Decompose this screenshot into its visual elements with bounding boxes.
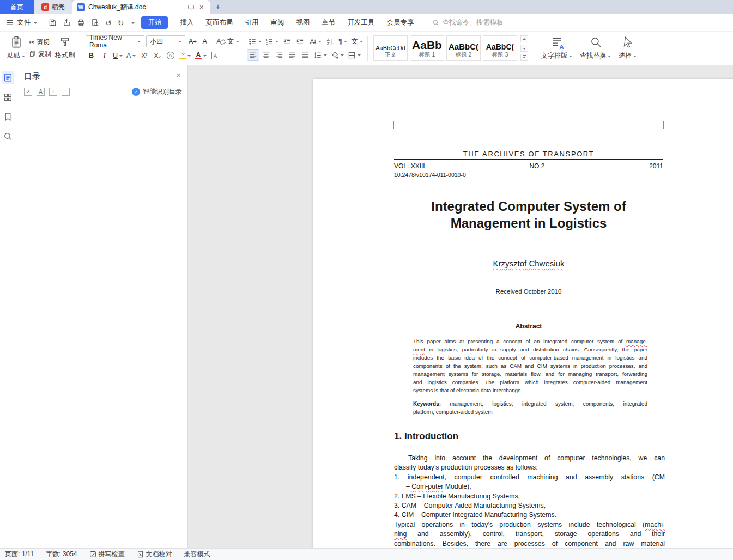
spell-check-toggle[interactable]: 拼写检查: [89, 550, 125, 559]
align-center-button[interactable]: [261, 50, 272, 60]
ribbon-tab-insert[interactable]: 插入: [180, 18, 193, 27]
export-icon[interactable]: [63, 19, 71, 27]
bold-button[interactable]: B: [86, 50, 97, 61]
style-preview: AaBb: [412, 39, 442, 51]
compatibility-mode[interactable]: 兼容模式: [184, 550, 210, 559]
chapter-nav-icon[interactable]: [2, 91, 14, 104]
style-card-heading1[interactable]: AaBb 标题 1: [410, 35, 444, 61]
year: 2011: [649, 162, 663, 170]
find-panel-icon[interactable]: [2, 130, 14, 143]
new-tab-button[interactable]: +: [210, 0, 226, 14]
tab-docer[interactable]: d 稻壳: [34, 0, 72, 14]
align-right-button[interactable]: [274, 50, 285, 60]
increase-indent-button[interactable]: [294, 36, 306, 47]
status-bar: 页面: 1/11 字数: 3054 拼写检查 文档校对 兼容模式: [0, 548, 733, 560]
styles-expand-button[interactable]: [520, 54, 528, 61]
asian-layout-button[interactable]: 文: [350, 36, 365, 47]
toc-show-icon[interactable]: ✓: [24, 88, 32, 96]
bullet-list-button[interactable]: [247, 36, 263, 47]
document-page[interactable]: THE ARCHIVES OF TRANSPORT VOL. XXIII NO …: [313, 79, 733, 548]
ribbon-tab-view[interactable]: 视图: [296, 18, 310, 27]
highlight-color-button[interactable]: [178, 50, 192, 61]
strikethrough-button[interactable]: A: [125, 50, 137, 61]
copy-icon: [29, 50, 36, 59]
document-area: THE ARCHIVES OF TRANSPORT VOL. XXIII NO …: [188, 65, 733, 548]
styles-scroll-up-button[interactable]: [520, 35, 528, 42]
cut-button[interactable]: ✂ 剪切: [29, 38, 51, 47]
spell-check-icon: [89, 551, 96, 558]
window-tab-bar: 首页 d 稻壳 W Chwesiuk_翻译.doc × +: [0, 0, 733, 14]
word-count[interactable]: 字数: 3054: [46, 550, 77, 559]
toc-expand-icon[interactable]: +: [49, 88, 57, 96]
clear-format-button[interactable]: A: [213, 36, 225, 47]
pinyin-guide-button[interactable]: 文: [226, 36, 240, 47]
line-spacing-button[interactable]: [313, 50, 328, 60]
sort-button[interactable]: [324, 36, 336, 47]
customize-quick-access-icon[interactable]: [131, 22, 135, 26]
save-icon[interactable]: [49, 19, 57, 27]
command-search-placeholder: 查找命令、搜索模板: [442, 18, 504, 27]
toc-collapse-icon[interactable]: −: [62, 88, 70, 96]
ribbon-tab-section[interactable]: 章节: [322, 18, 335, 27]
style-card-heading3[interactable]: AaBbC( 标题 3: [483, 35, 517, 61]
borders-button[interactable]: [347, 50, 362, 60]
justify-button[interactable]: [287, 50, 298, 60]
numbered-list-button[interactable]: [264, 36, 280, 47]
undo-icon[interactable]: ↺: [105, 19, 112, 27]
copy-button[interactable]: 复制: [29, 50, 51, 59]
bookmark-panel-icon[interactable]: [2, 111, 14, 123]
pinyin-guide-icon: 文: [227, 37, 234, 46]
ribbon-tab-home[interactable]: 开始: [141, 16, 168, 29]
ribbon-tab-references[interactable]: 引用: [245, 18, 258, 27]
style-card-heading2[interactable]: AaBbC( 标题 2: [446, 35, 481, 61]
ribbon-tab-membership[interactable]: 会员专享: [386, 18, 414, 27]
format-painter-button[interactable]: 格式刷: [51, 33, 78, 64]
find-replace-button[interactable]: 查找替换: [576, 33, 615, 64]
text-direction-button[interactable]: [307, 36, 323, 47]
justify-icon: [288, 51, 296, 59]
style-card-normal[interactable]: AaBbCcDd 正文: [373, 35, 408, 61]
select-button[interactable]: 选择: [615, 33, 640, 64]
smart-toc-button[interactable]: ✓ 智能识别目录: [132, 87, 182, 96]
quick-access-toolbar: ↺ ↻: [49, 19, 135, 27]
distribute-button[interactable]: [300, 50, 311, 60]
main-menu-icon[interactable]: [5, 19, 14, 27]
underline-button[interactable]: U: [112, 50, 124, 61]
text-layout-button[interactable]: A 文字排版: [537, 33, 576, 64]
close-tab-icon[interactable]: ×: [198, 3, 205, 11]
toc-close-icon[interactable]: ×: [176, 70, 181, 80]
print-icon[interactable]: [77, 19, 85, 27]
print-preview-icon[interactable]: [91, 19, 99, 27]
subscript-button[interactable]: X₂: [152, 50, 163, 61]
font-size-select[interactable]: 小四: [146, 35, 185, 47]
tab-home[interactable]: 首页: [0, 0, 34, 14]
align-left-button[interactable]: [247, 50, 259, 60]
abstract-paragraph: This paper aims at presenting a concept …: [413, 337, 647, 394]
font-color-button[interactable]: A: [193, 50, 208, 61]
font-name-select[interactable]: Times New Roma: [86, 35, 144, 47]
ribbon-tab-review[interactable]: 审阅: [270, 18, 284, 27]
file-menu[interactable]: 文件: [17, 18, 31, 27]
decrease-font-size-button[interactable]: A-: [200, 36, 211, 47]
divider: [82, 36, 82, 61]
paste-button[interactable]: 粘贴: [3, 33, 29, 64]
ribbon-tab-dev-tools[interactable]: 开发工具: [347, 18, 374, 27]
shading-button[interactable]: [330, 50, 345, 60]
superscript-button[interactable]: X²: [138, 50, 150, 61]
increase-font-size-button[interactable]: A+: [187, 36, 198, 47]
command-search[interactable]: 查找命令、搜索模板: [432, 18, 504, 27]
styles-scroll-down-button[interactable]: [520, 45, 528, 52]
decrease-indent-button[interactable]: [281, 36, 293, 47]
character-border-button[interactable]: A: [209, 50, 221, 61]
split-window-icon[interactable]: [187, 4, 195, 11]
tab-document[interactable]: W Chwesiuk_翻译.doc ×: [72, 0, 210, 14]
toc-level-icon[interactable]: A: [37, 88, 45, 96]
italic-button[interactable]: I: [99, 50, 110, 61]
paragraph-marks-button[interactable]: ¶: [337, 36, 349, 47]
proofread-toggle[interactable]: 文档校对: [137, 550, 172, 559]
enclosed-character-button[interactable]: A: [165, 50, 176, 61]
redo-icon[interactable]: ↻: [118, 19, 124, 27]
cut-label: 剪切: [37, 38, 50, 47]
toc-panel-icon[interactable]: [2, 71, 14, 84]
ribbon-tab-page-layout[interactable]: 页面布局: [205, 18, 233, 27]
